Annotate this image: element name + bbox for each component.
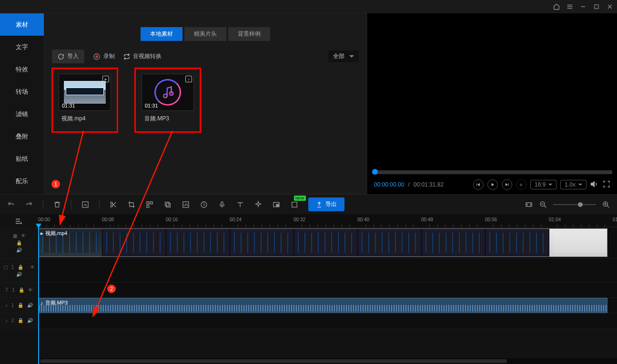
- play-button[interactable]: [487, 179, 498, 190]
- media-panel: 本地素材 精美片头 背景样例 导入 录制 音视频转换 全部: [44, 13, 367, 194]
- timeline-scrollbar[interactable]: [38, 358, 617, 364]
- preview-slider[interactable]: [372, 170, 612, 174]
- nav-effects[interactable]: 特效: [0, 58, 44, 80]
- green-screen-icon[interactable]: NEW: [290, 200, 299, 209]
- zoom-slider[interactable]: [553, 204, 596, 205]
- tab-local[interactable]: 本地素材: [141, 27, 182, 41]
- svg-line-35: [544, 206, 546, 207]
- zoom-in-icon[interactable]: [602, 200, 610, 209]
- delete-icon[interactable]: [53, 200, 61, 209]
- nav-overlay[interactable]: 叠附: [0, 125, 44, 148]
- filter-dropdown[interactable]: 全部: [328, 50, 359, 62]
- audio-track-1: ♪1🔒🔊 ♪音频.MP3: [0, 298, 617, 313]
- pip-icon[interactable]: [272, 200, 281, 209]
- video-track: ▦👁 🔒 🔊 ▸视频.mp4: [0, 227, 617, 259]
- sidebar: 素材 文字 特效 转场 滤镜 叠附 贴纸 配乐: [0, 13, 44, 194]
- menu-icon[interactable]: [566, 3, 573, 10]
- clock-icon[interactable]: [200, 200, 208, 209]
- import-button[interactable]: 导入: [52, 49, 84, 63]
- export-button[interactable]: 导出: [308, 197, 344, 211]
- mute-icon[interactable]: 🔊: [27, 303, 33, 308]
- ruler-tick: 00:48: [421, 217, 433, 222]
- edit-icon[interactable]: [81, 200, 90, 209]
- convert-button[interactable]: 音视频转换: [123, 52, 162, 60]
- svg-point-8: [95, 55, 98, 58]
- aspect-dropdown[interactable]: 16:9: [530, 180, 556, 189]
- titlebar: [0, 0, 617, 13]
- preview-slider-knob[interactable]: [372, 169, 378, 175]
- waveform: [39, 305, 607, 312]
- video-track-body[interactable]: ▸视频.mp4: [38, 227, 617, 258]
- mosaic-icon[interactable]: [145, 200, 154, 209]
- tab-backgrounds[interactable]: 背景样例: [228, 27, 270, 41]
- text-track-body[interactable]: [38, 283, 617, 297]
- timeline-ruler[interactable]: 00:0000:0800:1600:2400:3200:4000:4800:56…: [38, 214, 617, 227]
- media-item-video[interactable]: ▸ 01:31 视频.mp4: [55, 71, 115, 129]
- ruler-tick: 00:00: [38, 217, 50, 222]
- record-button[interactable]: 录制: [93, 52, 115, 60]
- svg-rect-24: [165, 202, 169, 206]
- mute-icon[interactable]: 🔊: [16, 247, 22, 253]
- audio-track-1-body[interactable]: ♪音频.MP3: [38, 298, 617, 313]
- nav-transitions[interactable]: 转场: [0, 80, 44, 103]
- material-tabs: 本地素材 精美片头 背景样例: [52, 27, 359, 41]
- nav-filters[interactable]: 滤镜: [0, 103, 44, 125]
- lock-icon[interactable]: 🔒: [19, 287, 24, 293]
- audio-track-2: ♪2🔒🔊: [0, 313, 617, 328]
- video-clip-label: ▸视频.mp4: [40, 230, 67, 237]
- nav-music[interactable]: 配乐: [0, 170, 44, 192]
- mute-icon[interactable]: 🔊: [16, 272, 22, 277]
- preview-video[interactable]: [367, 13, 617, 168]
- zoom-out-icon[interactable]: [539, 200, 547, 209]
- eye-icon[interactable]: 👁: [28, 287, 33, 293]
- volume-icon[interactable]: [590, 180, 599, 190]
- scrollbar-thumb[interactable]: [40, 359, 507, 363]
- svg-rect-28: [221, 202, 223, 205]
- video-badge-icon: ▸: [102, 76, 109, 82]
- fullscreen-icon[interactable]: [603, 180, 610, 189]
- next-frame-button[interactable]: [502, 179, 512, 190]
- playhead[interactable]: [38, 227, 39, 364]
- crop-icon[interactable]: [127, 200, 136, 209]
- effects-icon[interactable]: [254, 200, 263, 209]
- track-sort-icon[interactable]: [14, 217, 23, 227]
- audio-clip[interactable]: ♪音频.MP3: [38, 298, 607, 313]
- tab-intros[interactable]: 精美片头: [184, 27, 226, 41]
- chevron-down-icon: [548, 184, 552, 186]
- zoom-knob[interactable]: [578, 202, 583, 207]
- eye-icon[interactable]: 👁: [30, 265, 35, 270]
- chart-icon[interactable]: [182, 200, 190, 209]
- text-icon[interactable]: [236, 200, 244, 209]
- overlay-track-body[interactable]: [38, 259, 617, 282]
- layers-icon[interactable]: [163, 200, 172, 209]
- minimize-icon[interactable]: [580, 3, 587, 10]
- speed-dropdown[interactable]: 1.0x: [560, 180, 587, 189]
- lock-icon[interactable]: 🔒: [16, 240, 22, 246]
- home-icon[interactable]: [553, 3, 560, 10]
- nav-text[interactable]: 文字: [0, 36, 44, 58]
- video-track-head: ▦👁 🔒 🔊: [0, 227, 38, 258]
- stop-button[interactable]: [516, 179, 526, 190]
- redo-icon[interactable]: [25, 200, 33, 209]
- svg-marker-11: [477, 183, 480, 187]
- prev-frame-button[interactable]: [473, 179, 484, 190]
- lock-icon[interactable]: 🔒: [18, 303, 23, 308]
- mic-icon[interactable]: [218, 200, 226, 209]
- nav-media[interactable]: 素材: [0, 13, 44, 36]
- nav-stickers[interactable]: 贴纸: [0, 148, 44, 170]
- fit-icon[interactable]: [525, 200, 533, 209]
- mute-icon[interactable]: 🔊: [27, 318, 33, 323]
- media-name-video: 视频.mp4: [61, 115, 113, 123]
- lock-icon[interactable]: 🔒: [18, 265, 23, 270]
- eye-icon[interactable]: 👁: [21, 233, 26, 238]
- media-item-audio[interactable]: ♪ 01:31 音频.MP3: [138, 71, 198, 129]
- audio-track-2-body[interactable]: [38, 313, 617, 328]
- lock-icon[interactable]: 🔒: [18, 318, 23, 323]
- 
-video-clip[interactable]: ▸视频.mp4: [38, 228, 607, 257]
- maximize-icon[interactable]: [593, 3, 600, 10]
- undo-icon[interactable]: [7, 200, 15, 209]
- audio-track-1-head: ♪1🔒🔊: [0, 298, 38, 313]
- cut-icon[interactable]: [109, 200, 118, 209]
- close-icon[interactable]: [607, 3, 613, 10]
- svg-rect-31: [292, 202, 297, 207]
